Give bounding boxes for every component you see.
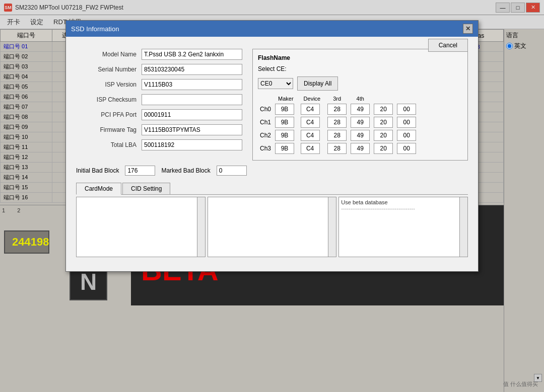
tab-bar: CardMode CID Setting xyxy=(76,183,468,195)
flash-name-title: FlashName xyxy=(258,54,462,61)
flash-cell-ch2-0: 9B xyxy=(273,129,299,142)
form-row-serial: Serial Number xyxy=(76,64,242,75)
textarea-3: Use beta database ----------------------… xyxy=(338,197,468,257)
flash-col-5th xyxy=(372,95,395,103)
textarea-2 xyxy=(208,197,337,257)
flash-cell-ch3-1: C4 xyxy=(299,142,326,155)
flash-cell-ch0-2: 28 xyxy=(325,103,349,116)
flash-cell-ch0-3: 49 xyxy=(349,103,372,116)
dialog-content-row: Model Name Serial Number ISP Version ISP… xyxy=(76,49,468,161)
dialog-close-button[interactable]: ✕ xyxy=(463,24,473,34)
form-row-firmware-tag: Firmware Tag xyxy=(76,124,242,135)
flash-col-device: Device xyxy=(299,95,326,103)
tab-cardmode[interactable]: CardMode xyxy=(76,183,121,195)
form-row-model: Model Name xyxy=(76,49,242,60)
flash-cell-ch2-1: C4 xyxy=(299,129,326,142)
flash-grid: Maker Device 3rd 4th Ch09BC428492000Ch19… xyxy=(258,95,462,155)
select-ce-label: Select CE: xyxy=(258,65,287,72)
flash-col-maker: Maker xyxy=(273,95,299,103)
flash-cell-ch3-3: 49 xyxy=(349,142,372,155)
flash-col-3rd: 3rd xyxy=(325,95,349,103)
total-lba-input[interactable] xyxy=(142,139,242,150)
flash-cell-ch3-2: 28 xyxy=(325,142,349,155)
dialog-title-bar: SSD Information ✕ xyxy=(66,21,478,37)
isp-checksum-input[interactable] xyxy=(142,94,242,105)
flash-cell-ch1-4: 20 xyxy=(372,116,395,129)
ssd-info-dialog: SSD Information ✕ Cancel Model Name Seri… xyxy=(65,20,479,272)
beta-db-label: Use beta database xyxy=(341,199,465,205)
serial-number-label: Serial Number xyxy=(76,66,137,73)
scroll-right-3 xyxy=(459,197,467,257)
form-row-isp-version: ISP Version xyxy=(76,79,242,90)
flash-cell-ch2-5: 00 xyxy=(395,129,418,142)
flash-ch-label: Ch0 xyxy=(258,103,273,116)
dialog-title-text: SSD Information xyxy=(71,25,119,33)
pci-pfa-input[interactable] xyxy=(142,109,242,120)
flash-cell-ch1-5: 00 xyxy=(395,116,418,129)
flash-cell-ch3-0: 9B xyxy=(273,142,299,155)
serial-number-input[interactable] xyxy=(142,64,242,75)
flash-cell-ch1-0: 9B xyxy=(273,116,299,129)
textarea-1 xyxy=(76,197,206,257)
initial-bad-block-input[interactable] xyxy=(125,166,155,176)
flash-col-ch xyxy=(258,95,273,103)
total-lba-label: Total LBA xyxy=(76,141,137,148)
marked-bad-block-label: Marked Bad Block xyxy=(161,167,210,174)
flash-table: Maker Device 3rd 4th Ch09BC428492000Ch19… xyxy=(258,95,418,155)
flash-ch-label: Ch3 xyxy=(258,142,273,155)
initial-bad-block-label: Initial Bad Block xyxy=(76,167,119,174)
flash-row: Ch39BC428492000 xyxy=(258,142,418,155)
flash-row: Ch19BC428492000 xyxy=(258,116,418,129)
isp-version-label: ISP Version xyxy=(76,81,137,88)
ce-controls: CE0 CE1 CE2 CE3 Display All xyxy=(258,76,462,91)
bad-block-row: Initial Bad Block Marked Bad Block xyxy=(76,166,468,176)
isp-checksum-label: ISP Checksum xyxy=(76,96,137,103)
flash-cell-ch0-5: 00 xyxy=(395,103,418,116)
flash-cell-ch1-3: 49 xyxy=(349,116,372,129)
flash-col-6th xyxy=(395,95,418,103)
scroll-right-1 xyxy=(197,197,205,257)
form-row-pci-pfa: PCI PFA Port xyxy=(76,109,242,120)
select-ce-row: Select CE: xyxy=(258,65,462,72)
flash-box: FlashName Select CE: CE0 CE1 CE2 CE3 Dis… xyxy=(252,49,468,161)
tab-content: Use beta database ----------------------… xyxy=(76,197,468,257)
flash-ch-label: Ch1 xyxy=(258,116,273,129)
tab-cid-setting[interactable]: CID Setting xyxy=(122,183,170,194)
flash-cell-ch2-2: 28 xyxy=(325,129,349,142)
scroll-right-2 xyxy=(328,197,336,257)
firmware-tag-input[interactable] xyxy=(142,124,242,135)
marked-bad-block-input[interactable] xyxy=(217,166,247,176)
dotted-line: ---------------------------------------- xyxy=(341,205,465,211)
beta-db-content: Use beta database ----------------------… xyxy=(339,197,467,213)
flash-cell-ch1-1: C4 xyxy=(299,116,326,129)
flash-cell-ch0-1: C4 xyxy=(299,103,326,116)
firmware-tag-label: Firmware Tag xyxy=(76,126,137,133)
flash-cell-ch3-4: 20 xyxy=(372,142,395,155)
modal-overlay: SSD Information ✕ Cancel Model Name Seri… xyxy=(0,0,544,392)
flash-ch-label: Ch2 xyxy=(258,129,273,142)
watermark: 值 什么值得买 xyxy=(503,380,538,388)
model-name-label: Model Name xyxy=(76,51,137,58)
flash-row: Ch09BC428492000 xyxy=(258,103,418,116)
flash-col-4th: 4th xyxy=(349,95,372,103)
display-all-button[interactable]: Display All xyxy=(297,76,338,91)
flash-cell-ch3-5: 00 xyxy=(395,142,418,155)
flash-row: Ch29BC428492000 xyxy=(258,129,418,142)
flash-cell-ch2-3: 49 xyxy=(349,129,372,142)
form-row-isp-checksum: ISP Checksum xyxy=(76,94,242,105)
cancel-button[interactable]: Cancel xyxy=(428,39,468,52)
form-row-total-lba: Total LBA xyxy=(76,139,242,150)
isp-version-input[interactable] xyxy=(142,79,242,90)
flash-cell-ch0-4: 20 xyxy=(372,103,395,116)
flash-cell-ch2-4: 20 xyxy=(372,129,395,142)
flash-cell-ch0-0: 9B xyxy=(273,103,299,116)
flash-cell-ch1-2: 28 xyxy=(325,116,349,129)
dialog-form: Model Name Serial Number ISP Version ISP… xyxy=(76,49,242,161)
ce-select[interactable]: CE0 CE1 CE2 CE3 xyxy=(258,78,293,89)
pci-pfa-label: PCI PFA Port xyxy=(76,111,137,118)
dialog-body: Cancel Model Name Serial Number ISP Vers… xyxy=(66,37,478,264)
model-name-input[interactable] xyxy=(142,49,242,60)
